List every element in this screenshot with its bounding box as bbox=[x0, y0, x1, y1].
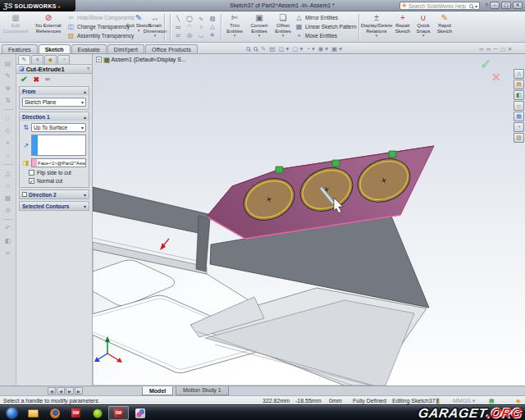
minimize-button[interactable]: – bbox=[490, 2, 500, 9]
redo-icon[interactable]: ↷ bbox=[126, 2, 130, 8]
from-condition-select[interactable]: Sketch Plane ▾ bbox=[22, 98, 86, 107]
convert-entities-button[interactable]: ▣ Convert Entities ▾ bbox=[247, 12, 272, 42]
smart-dimension-button[interactable]: ↔ Smart Dimension ▾ bbox=[141, 12, 169, 42]
save-icon[interactable]: ▦ bbox=[99, 2, 105, 8]
tab-dimxpert[interactable]: DimXpert bbox=[107, 44, 144, 53]
polygon-tool-icon[interactable]: △ bbox=[210, 23, 214, 30]
section-view-icon[interactable]: ◫ ▾ bbox=[278, 45, 289, 52]
no-external-references-button[interactable]: ⊘ No External References bbox=[31, 12, 66, 42]
side-tool-icon-14[interactable]: ◧ bbox=[5, 235, 11, 247]
appearance-icon[interactable]: ▣ ▾ bbox=[331, 45, 342, 52]
linear-sketch-pattern-button[interactable]: ▦ Linear Sketch Pattern bbox=[295, 22, 358, 30]
point-tool-icon[interactable]: ✳ bbox=[210, 31, 215, 39]
side-tool-icon-5[interactable]: □ bbox=[6, 112, 10, 125]
new-doc-icon[interactable]: ❏ bbox=[80, 2, 85, 8]
custom-properties-icon[interactable]: ▨ bbox=[514, 133, 524, 143]
end-condition-select[interactable]: Up To Surface ▾ bbox=[31, 123, 86, 132]
appearances-scenes-icon[interactable]: ◔ bbox=[514, 122, 524, 132]
parallelogram-tool-icon[interactable]: ▱ bbox=[176, 31, 180, 39]
doc-minimize-icon[interactable]: — bbox=[493, 46, 498, 52]
restore-button[interactable]: ▢ bbox=[501, 2, 511, 9]
reverse-direction-icon[interactable]: ⇅ bbox=[22, 124, 30, 131]
edit-component-button[interactable]: ▦ Edit Component bbox=[1, 12, 30, 42]
flip-side-row[interactable]: Flip side to cut bbox=[29, 170, 86, 176]
sketch-relation-marker[interactable] bbox=[276, 167, 283, 173]
selected-contours-header[interactable]: Selected Contours ▾ bbox=[20, 202, 89, 210]
solidworks-taskbar-button[interactable]: SW bbox=[66, 406, 86, 420]
quick-snaps-dropdown-icon[interactable]: ▾ bbox=[422, 34, 425, 38]
mirror-entities-button[interactable]: △ Mirror Entities bbox=[295, 13, 358, 21]
side-tool-icon-4[interactable]: ⇅ bbox=[5, 94, 11, 107]
tangent-arc-icon[interactable]: ◡ bbox=[199, 31, 203, 39]
print-icon[interactable]: ≡ bbox=[109, 2, 112, 8]
firefox-taskbar-button[interactable] bbox=[44, 406, 65, 420]
perimeter-circle-icon[interactable]: ◎ bbox=[187, 31, 192, 39]
sketch-mode-icon[interactable]: ✎ bbox=[261, 45, 266, 52]
scroll-right-icon[interactable]: ▶ bbox=[66, 387, 74, 395]
side-tool-icon-1[interactable]: ▤ bbox=[5, 57, 11, 70]
scroll-last-icon[interactable]: ▶ bbox=[75, 387, 83, 395]
side-tool-icon-9[interactable]: △ bbox=[5, 167, 10, 180]
expand-chevron-icon[interactable]: ▾ bbox=[84, 192, 86, 198]
search-dropdown-icon[interactable]: ▾ bbox=[475, 3, 477, 9]
file-explorer-icon[interactable]: ◧ bbox=[514, 90, 524, 100]
doc-cascade-icon[interactable]: ▭ bbox=[479, 46, 484, 52]
rebuild-icon[interactable]: ⊕ bbox=[134, 2, 139, 8]
spline-tool-icon[interactable]: ∿ bbox=[199, 15, 203, 22]
search-input[interactable]: ❋ Search SolidWorks Help ▾ bbox=[399, 2, 480, 10]
direction-selection-box[interactable] bbox=[31, 135, 86, 156]
dimxpertmanager-tab[interactable]: ◆ bbox=[44, 55, 57, 64]
normal-cut-row[interactable]: ✓ Normal cut bbox=[29, 178, 86, 184]
collapse-chevron-icon[interactable]: ▴ bbox=[84, 114, 86, 120]
pm-help-icon[interactable]: ? bbox=[87, 66, 89, 71]
sketch-relation-marker[interactable] bbox=[389, 151, 396, 158]
zoom-to-area-icon[interactable] bbox=[253, 47, 258, 51]
tab-sketch[interactable]: Sketch bbox=[39, 44, 71, 53]
explorer-taskbar-button[interactable] bbox=[23, 406, 43, 420]
motion-study-tab[interactable]: Motion Study 1 bbox=[176, 386, 229, 395]
expand-chevron-icon[interactable]: ▾ bbox=[84, 203, 86, 209]
offset-dropdown-icon[interactable]: ▾ bbox=[282, 34, 285, 38]
tree-expander-icon[interactable]: + bbox=[96, 57, 102, 62]
collapse-chevron-icon[interactable]: ▴ bbox=[84, 89, 86, 94]
quick-snaps-button[interactable]: ∪ Quick Snaps ▾ bbox=[413, 12, 433, 42]
line-tool-icon[interactable]: ╲ bbox=[176, 15, 180, 22]
view-orientation-icon[interactable]: ▢ ▾ bbox=[292, 45, 303, 52]
trim-dropdown-icon[interactable]: ▾ bbox=[234, 34, 236, 38]
spotify-taskbar-button[interactable] bbox=[87, 406, 107, 420]
search-icon[interactable] bbox=[469, 4, 473, 8]
rectangle-tool-icon[interactable]: ▭ bbox=[176, 23, 181, 30]
options-icon[interactable]: ▢ bbox=[143, 2, 148, 8]
rapid-sketch-button[interactable]: ✎ Rapid Sketch bbox=[434, 12, 455, 42]
relations-dropdown-icon[interactable]: ▾ bbox=[376, 34, 378, 38]
sketch-picture-icon[interactable]: ▧ bbox=[210, 15, 216, 22]
scroll-first-icon[interactable]: ◀ bbox=[48, 387, 56, 395]
side-tool-icon-8[interactable]: ○ bbox=[6, 149, 10, 162]
side-tool-icon-6[interactable]: ◇ bbox=[5, 125, 10, 137]
exit-sketch-dropdown-icon[interactable]: ▾ bbox=[138, 29, 140, 33]
tags-icon[interactable]: ▦ bbox=[489, 398, 495, 404]
side-tool-icon-13[interactable]: ↶ bbox=[5, 222, 11, 235]
view-palette-icon[interactable]: ▦ bbox=[514, 112, 524, 121]
side-tool-icon-12[interactable]: ⊙ bbox=[5, 204, 11, 217]
side-tool-icon-2[interactable]: ✎ bbox=[5, 70, 11, 82]
hide-show-items-icon[interactable]: ◉ ▾ bbox=[318, 45, 328, 52]
previous-view-icon[interactable]: ▤ bbox=[269, 45, 275, 52]
tab-evaluate[interactable]: Evaluate bbox=[71, 44, 107, 53]
logo-arrow-icon[interactable]: ▸ bbox=[58, 3, 61, 9]
zoom-to-fit-icon[interactable] bbox=[246, 47, 250, 51]
direction2-group-header[interactable]: Direction 2 ▾ bbox=[20, 190, 89, 199]
scroll-left-icon[interactable]: ◀ bbox=[57, 387, 65, 395]
detailed-preview-button[interactable]: ∞ bbox=[45, 75, 50, 83]
search-pane-icon[interactable]: ▱ bbox=[514, 101, 524, 111]
propertymanager-tab[interactable]: ✎ bbox=[18, 55, 30, 64]
doc-close-icon[interactable]: ✕ bbox=[508, 46, 512, 52]
smart-dimension-dropdown-icon[interactable]: ▾ bbox=[154, 34, 157, 38]
centerpoint-arc-icon[interactable]: ◠ bbox=[187, 23, 192, 30]
sketch-relation-marker[interactable] bbox=[332, 160, 340, 167]
flip-side-checkbox[interactable] bbox=[29, 170, 34, 176]
direction2-checkbox[interactable] bbox=[22, 192, 27, 197]
convert-dropdown-icon[interactable]: ▾ bbox=[258, 34, 261, 38]
side-tool-icon-15[interactable]: ∞ bbox=[6, 247, 11, 259]
cancel-button[interactable]: ✖ bbox=[33, 75, 39, 84]
